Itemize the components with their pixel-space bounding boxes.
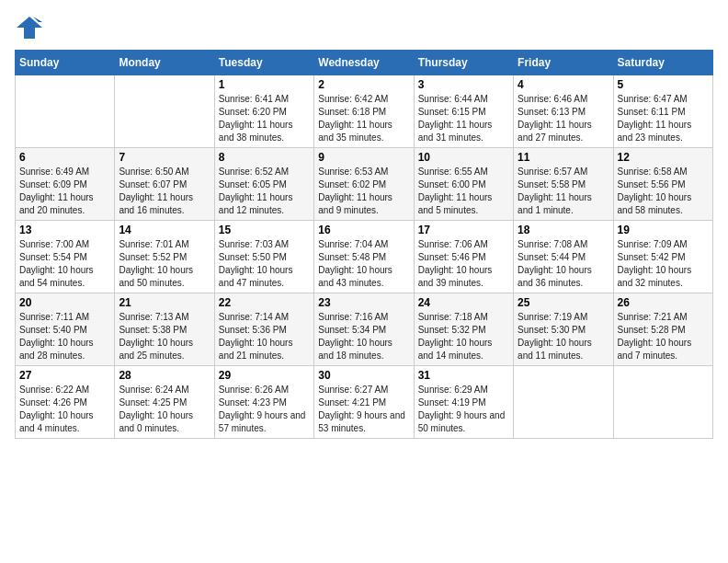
- sunrise-text: Sunrise: 7:00 AM: [19, 238, 110, 251]
- sunset-text: Sunset: 4:26 PM: [19, 396, 110, 409]
- sunrise-text: Sunrise: 7:19 AM: [518, 311, 609, 324]
- day-number: 24: [418, 296, 509, 309]
- day-info: Sunrise: 6:50 AMSunset: 6:07 PMDaylight:…: [119, 166, 210, 217]
- day-info: Sunrise: 7:19 AMSunset: 5:30 PMDaylight:…: [518, 311, 609, 362]
- sunset-text: Sunset: 5:34 PM: [318, 324, 409, 337]
- calendar-cell: 21Sunrise: 7:13 AMSunset: 5:38 PMDayligh…: [115, 293, 214, 366]
- daylight-text: Daylight: 9 hours and 53 minutes.: [318, 409, 409, 435]
- sunrise-text: Sunrise: 7:16 AM: [318, 311, 409, 324]
- col-header-sunday: Sunday: [16, 51, 115, 75]
- sunrise-text: Sunrise: 6:22 AM: [19, 384, 110, 396]
- day-info: Sunrise: 6:58 AMSunset: 5:56 PMDaylight:…: [618, 166, 709, 217]
- calendar-cell: 5Sunrise: 6:47 AMSunset: 6:11 PMDaylight…: [613, 75, 712, 148]
- day-number: 28: [119, 369, 210, 382]
- day-info: Sunrise: 6:49 AMSunset: 6:09 PMDaylight:…: [19, 166, 110, 217]
- daylight-text: Daylight: 10 hours and 28 minutes.: [19, 337, 110, 362]
- day-number: 16: [318, 224, 409, 236]
- sunset-text: Sunset: 6:05 PM: [219, 178, 310, 191]
- calendar-cell: 28Sunrise: 6:24 AMSunset: 4:25 PMDayligh…: [115, 366, 214, 439]
- day-info: Sunrise: 6:42 AMSunset: 6:18 PMDaylight:…: [318, 93, 409, 144]
- day-number: 2: [318, 78, 409, 91]
- day-number: 15: [219, 224, 310, 236]
- sunrise-text: Sunrise: 7:18 AM: [418, 311, 509, 324]
- sunset-text: Sunset: 4:21 PM: [318, 396, 409, 409]
- sunset-text: Sunset: 4:23 PM: [219, 396, 310, 409]
- daylight-text: Daylight: 10 hours and 25 minutes.: [119, 337, 210, 362]
- sunset-text: Sunset: 6:18 PM: [318, 106, 409, 119]
- sunset-text: Sunset: 5:46 PM: [418, 251, 509, 264]
- calendar-cell: 22Sunrise: 7:14 AMSunset: 5:36 PMDayligh…: [214, 293, 313, 366]
- day-info: Sunrise: 6:27 AMSunset: 4:21 PMDaylight:…: [318, 384, 409, 435]
- sunset-text: Sunset: 6:02 PM: [318, 178, 409, 191]
- sunrise-text: Sunrise: 7:09 AM: [618, 238, 709, 251]
- day-info: Sunrise: 6:47 AMSunset: 6:11 PMDaylight:…: [618, 93, 709, 144]
- day-info: Sunrise: 7:03 AMSunset: 5:50 PMDaylight:…: [219, 238, 310, 290]
- calendar-cell: 9Sunrise: 6:53 AMSunset: 6:02 PMDaylight…: [314, 148, 414, 221]
- day-number: 3: [418, 78, 509, 91]
- sunrise-text: Sunrise: 6:46 AM: [518, 93, 609, 106]
- day-number: 29: [219, 369, 310, 382]
- calendar-cell: 27Sunrise: 6:22 AMSunset: 4:26 PMDayligh…: [16, 366, 115, 439]
- daylight-text: Daylight: 10 hours and 0 minutes.: [119, 409, 210, 435]
- sunrise-text: Sunrise: 6:24 AM: [119, 384, 210, 396]
- sunrise-text: Sunrise: 7:14 AM: [219, 311, 310, 324]
- calendar-cell: [514, 366, 613, 439]
- day-number: 17: [418, 224, 509, 236]
- day-info: Sunrise: 6:24 AMSunset: 4:25 PMDaylight:…: [119, 384, 210, 435]
- daylight-text: Daylight: 10 hours and 11 minutes.: [518, 337, 609, 362]
- daylight-text: Daylight: 10 hours and 32 minutes.: [618, 264, 709, 290]
- daylight-text: Daylight: 10 hours and 7 minutes.: [618, 337, 709, 362]
- calendar-cell: 26Sunrise: 7:21 AMSunset: 5:28 PMDayligh…: [613, 293, 712, 366]
- sunset-text: Sunset: 5:40 PM: [19, 324, 110, 337]
- day-number: 18: [518, 224, 609, 236]
- day-info: Sunrise: 6:22 AMSunset: 4:26 PMDaylight:…: [19, 384, 110, 435]
- daylight-text: Daylight: 11 hours and 9 minutes.: [318, 191, 409, 217]
- sunset-text: Sunset: 6:15 PM: [418, 106, 509, 119]
- daylight-text: Daylight: 10 hours and 43 minutes.: [318, 264, 409, 290]
- day-info: Sunrise: 7:09 AMSunset: 5:42 PMDaylight:…: [618, 238, 709, 290]
- sunset-text: Sunset: 5:38 PM: [119, 324, 210, 337]
- sunset-text: Sunset: 5:58 PM: [518, 178, 609, 191]
- day-number: 11: [518, 151, 609, 164]
- day-info: Sunrise: 6:52 AMSunset: 6:05 PMDaylight:…: [219, 166, 310, 217]
- sunrise-text: Sunrise: 6:57 AM: [518, 166, 609, 178]
- calendar-cell: 31Sunrise: 6:29 AMSunset: 4:19 PMDayligh…: [414, 366, 513, 439]
- calendar-cell: 7Sunrise: 6:50 AMSunset: 6:07 PMDaylight…: [115, 148, 214, 221]
- calendar-cell: 23Sunrise: 7:16 AMSunset: 5:34 PMDayligh…: [314, 293, 414, 366]
- sunset-text: Sunset: 6:11 PM: [618, 106, 709, 119]
- sunrise-text: Sunrise: 6:41 AM: [219, 93, 310, 106]
- sunrise-text: Sunrise: 6:52 AM: [219, 166, 310, 178]
- sunset-text: Sunset: 6:07 PM: [119, 178, 210, 191]
- sunset-text: Sunset: 5:44 PM: [518, 251, 609, 264]
- day-number: 6: [19, 151, 110, 164]
- sunset-text: Sunset: 5:30 PM: [518, 324, 609, 337]
- daylight-text: Daylight: 11 hours and 20 minutes.: [19, 191, 110, 217]
- day-info: Sunrise: 6:41 AMSunset: 6:20 PMDaylight:…: [219, 93, 310, 144]
- day-number: 20: [19, 296, 110, 309]
- day-info: Sunrise: 6:53 AMSunset: 6:02 PMDaylight:…: [318, 166, 409, 217]
- calendar-cell: 14Sunrise: 7:01 AMSunset: 5:52 PMDayligh…: [115, 221, 214, 293]
- sunrise-text: Sunrise: 6:26 AM: [219, 384, 310, 396]
- daylight-text: Daylight: 11 hours and 38 minutes.: [219, 119, 310, 144]
- day-number: 22: [219, 296, 310, 309]
- daylight-text: Daylight: 11 hours and 12 minutes.: [219, 191, 310, 217]
- calendar-cell: 3Sunrise: 6:44 AMSunset: 6:15 PMDaylight…: [414, 75, 513, 148]
- calendar-cell: 10Sunrise: 6:55 AMSunset: 6:00 PMDayligh…: [414, 148, 513, 221]
- day-info: Sunrise: 7:00 AMSunset: 5:54 PMDaylight:…: [19, 238, 110, 290]
- calendar-cell: 15Sunrise: 7:03 AMSunset: 5:50 PMDayligh…: [214, 221, 313, 293]
- sunset-text: Sunset: 4:19 PM: [418, 396, 509, 409]
- col-header-monday: Monday: [115, 51, 214, 75]
- day-info: Sunrise: 6:55 AMSunset: 6:00 PMDaylight:…: [418, 166, 509, 217]
- daylight-text: Daylight: 11 hours and 31 minutes.: [418, 119, 509, 144]
- day-number: 7: [119, 151, 210, 164]
- sunrise-text: Sunrise: 6:55 AM: [418, 166, 509, 178]
- daylight-text: Daylight: 11 hours and 27 minutes.: [518, 119, 609, 144]
- sunrise-text: Sunrise: 6:29 AM: [418, 384, 509, 396]
- calendar-cell: 17Sunrise: 7:06 AMSunset: 5:46 PMDayligh…: [414, 221, 513, 293]
- calendar-cell: 11Sunrise: 6:57 AMSunset: 5:58 PMDayligh…: [514, 148, 613, 221]
- day-number: 1: [219, 78, 310, 91]
- logo: [15, 15, 48, 40]
- calendar-cell: [613, 366, 712, 439]
- day-info: Sunrise: 7:14 AMSunset: 5:36 PMDaylight:…: [219, 311, 310, 362]
- day-info: Sunrise: 6:46 AMSunset: 6:13 PMDaylight:…: [518, 93, 609, 144]
